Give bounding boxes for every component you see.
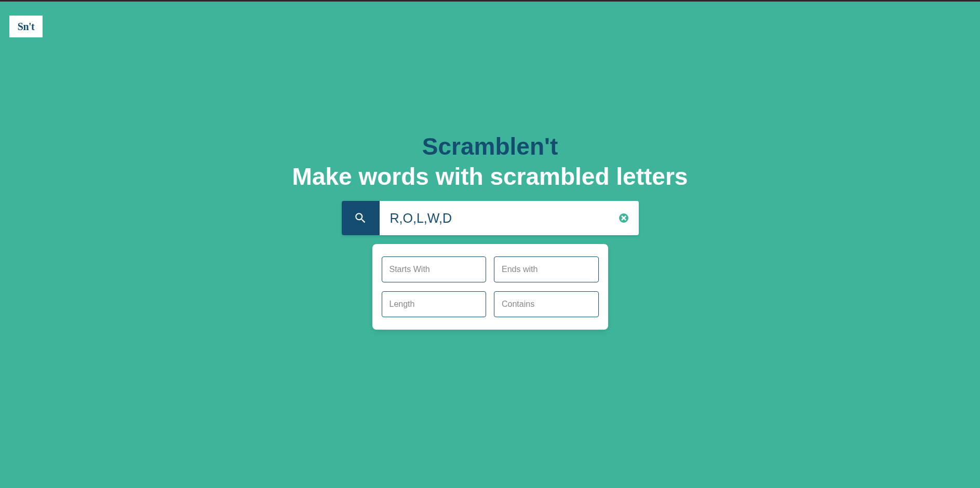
length-input[interactable] bbox=[382, 291, 487, 317]
search-input[interactable] bbox=[390, 211, 619, 226]
page-subtitle: Make words with scrambled letters bbox=[0, 162, 980, 191]
ends-with-input[interactable] bbox=[494, 256, 599, 282]
starts-with-input[interactable] bbox=[382, 256, 487, 282]
search-bar bbox=[342, 201, 639, 235]
search-input-container bbox=[380, 201, 639, 235]
contains-input[interactable] bbox=[494, 291, 599, 317]
top-border bbox=[0, 0, 980, 2]
logo-text: Sn't bbox=[18, 21, 34, 33]
search-icon bbox=[354, 211, 367, 225]
hero-section: Scramblen't Make words with scrambled le… bbox=[0, 132, 980, 191]
search-button[interactable] bbox=[342, 201, 380, 235]
filters-panel bbox=[372, 244, 608, 330]
clear-button[interactable] bbox=[619, 213, 628, 223]
page-title: Scramblen't bbox=[0, 132, 980, 160]
logo[interactable]: Sn't bbox=[9, 16, 43, 37]
close-icon bbox=[621, 215, 626, 221]
